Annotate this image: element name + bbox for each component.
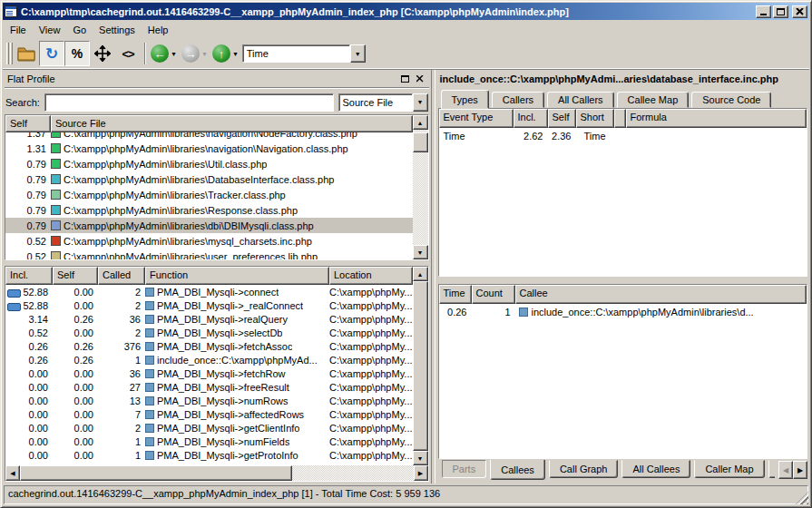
source-file-row[interactable]: 0.79 C:\xampp\phpMyAdmin\libraries\Util.…	[5, 156, 413, 171]
source-file-row[interactable]: 0.52 C:\xampp\phpMyAdmin\libraries\user_…	[5, 249, 413, 259]
column-header-time[interactable]: Time	[439, 285, 472, 304]
column-header-incl[interactable]: Incl.	[5, 267, 53, 285]
scrollbar-track[interactable]	[292, 465, 414, 481]
column-header-callee[interactable]: Callee	[515, 285, 807, 304]
tab-scroll-right-button[interactable]: ▶	[793, 461, 807, 479]
detail-tab[interactable]: Types	[441, 90, 489, 109]
shorten-templates-button[interactable]: <>	[115, 41, 141, 66]
maximize-icon	[777, 8, 785, 15]
column-header-source-file[interactable]: Source File	[51, 115, 413, 132]
menu-item[interactable]: File	[4, 22, 33, 38]
event-type-row[interactable]: Time 2.62 2.36 Time	[439, 128, 807, 143]
column-header-function[interactable]: Function	[145, 267, 329, 285]
source-file-row[interactable]: 0.79 C:\xampp\phpMyAdmin\libraries\Respo…	[5, 202, 413, 218]
cycle-percentage-button[interactable]: ↻	[39, 41, 64, 66]
bottom-tab[interactable]: Machine Code	[768, 460, 775, 478]
column-header-location[interactable]: Location	[329, 267, 413, 285]
close-button[interactable]	[792, 5, 807, 18]
source-file-row[interactable]: 0.52 C:\xampp\phpMyAdmin\libraries\mysql…	[5, 233, 413, 249]
scroll-right-button[interactable]: ▶	[414, 465, 428, 481]
scrollbar-thumb[interactable]	[413, 281, 428, 451]
up-button[interactable]: ↑ ▼	[211, 41, 242, 66]
function-row[interactable]: 3.14 0.26 36 PMA_DBI_Mysqli->realQuery C…	[5, 312, 413, 326]
expand-areas-button[interactable]	[90, 41, 115, 66]
dock-close-button[interactable]	[415, 73, 426, 84]
menu-item[interactable]: View	[33, 22, 67, 38]
column-header-incl[interactable]: Incl.	[514, 109, 548, 128]
back-button[interactable]: ← ▼	[150, 41, 181, 66]
column-header-self[interactable]: Self	[5, 115, 51, 132]
function-row[interactable]: 0.26 0.26 1 include_once::C:\xampp\phpMy…	[5, 353, 413, 366]
column-header-called[interactable]: Called	[98, 267, 145, 285]
source-file-row[interactable]: 0.79 C:\xampp\phpMyAdmin\libraries\Track…	[5, 187, 413, 202]
detail-splitter[interactable]	[438, 277, 808, 284]
callee-row[interactable]: 0.26 1 include_once::C:\xampp\phpMyAdmin…	[439, 304, 807, 319]
minimize-button[interactable]	[756, 5, 771, 18]
bottom-tab[interactable]: Callees	[490, 460, 545, 480]
search-input[interactable]	[44, 93, 334, 112]
scroll-down-button[interactable]: ▼	[413, 245, 428, 259]
group-combo-arrow[interactable]: ▼	[413, 93, 428, 112]
menu-item[interactable]: Settings	[93, 22, 142, 38]
column-header-count[interactable]: Count	[472, 285, 515, 304]
function-row[interactable]: 0.00 0.00 7 PMA_DBI_Mysqli->affectedRows…	[5, 407, 413, 421]
scrollbar-track	[413, 152, 428, 245]
dock-title-bar[interactable]: Flat Profile	[5, 71, 429, 86]
detail-tab[interactable]: Callee Map	[617, 92, 690, 108]
toolbar-grip[interactable]	[10, 43, 13, 64]
group-combo[interactable]: Source File ▼	[338, 93, 428, 112]
open-folder-icon	[16, 46, 36, 62]
detail-tab[interactable]: Source Code	[691, 92, 771, 108]
event-type-combo-arrow[interactable]: ▼	[350, 44, 366, 63]
column-header-self[interactable]: Self	[548, 109, 576, 128]
column-header-formula[interactable]: Formula	[626, 109, 807, 128]
function-row[interactable]: 52.88 0.00 2 PMA_DBI_Mysqli->connect C:\…	[5, 285, 413, 298]
source-file-row[interactable]: 0.79 C:\xampp\phpMyAdmin\libraries\Datab…	[5, 171, 413, 187]
column-header-empty[interactable]	[614, 109, 626, 128]
detail-tab[interactable]: All Callers	[547, 92, 614, 108]
tab-scroll-left-button[interactable]: ◀	[778, 461, 793, 479]
event-type-combo[interactable]: Time ▼	[242, 44, 366, 63]
scroll-up-button[interactable]: ▲	[413, 267, 428, 281]
function-list-vscrollbar[interactable]: ▲ ▼	[413, 267, 428, 465]
function-row[interactable]: 0.52 0.00 2 PMA_DBI_Mysqli->selectDb C:\…	[5, 326, 413, 339]
dock-float-button[interactable]	[399, 73, 411, 84]
function-row[interactable]: 0.00 0.00 1 PMA_DBI_Mysqli->numFields C:…	[5, 435, 413, 448]
open-file-button[interactable]	[14, 41, 39, 66]
toolbar-grip[interactable]	[6, 43, 9, 64]
incl-cost-cell: 0.00	[5, 423, 53, 434]
forward-button[interactable]: → ▼	[181, 41, 211, 66]
menu-item[interactable]: Help	[142, 22, 175, 38]
function-list-hscrollbar[interactable]: ◀ ▶	[5, 465, 428, 481]
function-row[interactable]: 0.00 0.00 27 PMA_DBI_Mysqli->freeResult …	[5, 380, 413, 394]
column-header-short[interactable]: Short	[576, 109, 614, 128]
source-file-row[interactable]: 0.79 C:\xampp\phpMyAdmin\libraries\dbi\D…	[5, 218, 413, 233]
column-header-self[interactable]: Self	[53, 267, 98, 285]
function-row[interactable]: 0.00 0.00 36 PMA_DBI_Mysqli->fetchRow C:…	[5, 366, 413, 380]
self-cost-cell: 1.31	[5, 143, 51, 154]
function-row[interactable]: 0.00 0.00 2 PMA_DBI_Mysqli->getClientInf…	[5, 421, 413, 435]
function-row[interactable]: 0.00 0.00 1 PMA_DBI_Mysqli->getProtoInfo…	[5, 448, 413, 462]
function-row[interactable]: 52.88 0.00 2 PMA_DBI_Mysqli->_realConnec…	[5, 298, 413, 312]
scroll-up-button[interactable]: ▲	[413, 115, 428, 130]
file-list-vscrollbar[interactable]: ▲ ▼	[413, 115, 428, 259]
function-row[interactable]: 0.26 0.26 376 PMA_DBI_Mysqli->fetchAssoc…	[5, 339, 413, 353]
bottom-tab[interactable]: Parts	[442, 460, 487, 478]
detail-tab[interactable]: Callers	[492, 92, 544, 108]
bottom-tab[interactable]: Caller Map	[694, 460, 764, 478]
source-file-row[interactable]: 1.31 C:\xampp\phpMyAdmin\libraries\navig…	[5, 141, 413, 156]
relative-percent-toggle[interactable]: %	[64, 41, 90, 66]
function-row[interactable]: 0.00 0.00 13 PMA_DBI_Mysqli->numRows C:\…	[5, 394, 413, 407]
source-file-row[interactable]: 1.37 C:\xampp\phpMyAdmin\libraries\navig…	[5, 132, 413, 141]
scroll-left-button[interactable]: ◀	[5, 465, 20, 481]
scrollbar-thumb[interactable]	[413, 132, 428, 152]
maximize-button[interactable]	[773, 5, 788, 18]
time-cell: 0.26	[439, 307, 472, 318]
title-bar[interactable]: C:\xampp\tmp\cachegrind.out.1416463299-C…	[3, 3, 809, 20]
bottom-tab[interactable]: All Callees	[621, 460, 690, 478]
scrollbar-thumb[interactable]	[20, 465, 292, 481]
bottom-tab[interactable]: Call Graph	[549, 460, 619, 478]
column-header-event-type[interactable]: Event Type	[439, 109, 514, 128]
scroll-down-button[interactable]: ▼	[413, 451, 428, 465]
menu-item[interactable]: Go	[66, 22, 93, 38]
